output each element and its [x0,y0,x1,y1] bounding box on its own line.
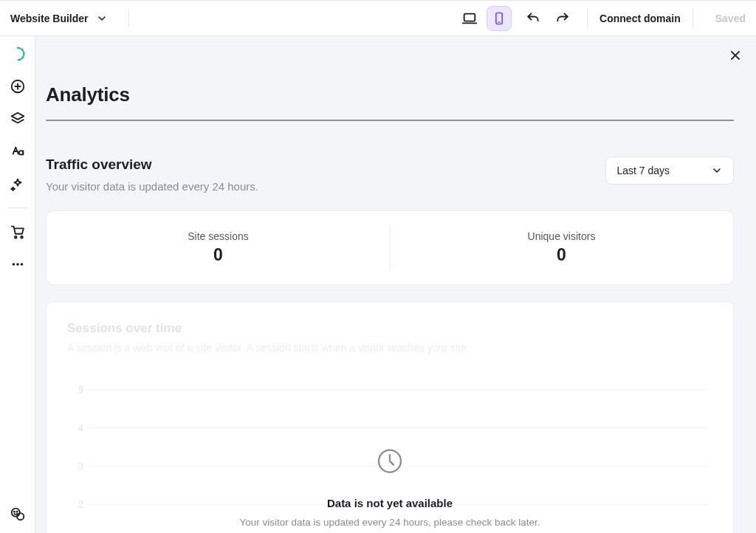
clock-icon [375,447,405,476]
topbar-right: Connect domain Saved [457,6,746,31]
laptop-icon [461,10,478,27]
mobile-preview-button[interactable] [487,6,512,31]
sidebar [0,36,35,533]
undo-button[interactable] [520,6,546,31]
section-title: Traffic overview [46,157,258,173]
text-styles-button[interactable] [9,142,27,160]
ai-button[interactable] [9,175,27,193]
date-range-picker[interactable]: Last 7 days [605,157,734,185]
app-title[interactable]: Website Builder [10,13,89,24]
stats-card: Site sessions 0 Unique visitors 0 [46,210,734,285]
chevron-down-icon [711,165,723,176]
app-switcher-chevron-icon[interactable] [96,13,108,24]
y-tick: 5 [76,385,83,395]
close-icon [728,48,743,63]
svg-rect-0 [464,13,475,21]
feedback-button[interactable] [9,505,27,523]
undo-icon [526,11,540,26]
stat-site-sessions: Site sessions 0 [47,230,390,265]
page-title: Analytics [46,83,734,106]
svg-point-12 [20,263,23,266]
text-icon [10,143,26,159]
empty-state-subtitle: Your visitor data is updated every 24 ho… [67,517,712,528]
topbar: Website Builder Connect domain Saved [0,0,756,36]
stat-label: Unique visitors [390,230,733,242]
svg-point-13 [11,509,19,517]
chart-empty-state: Data is not yet available Your visitor d… [67,447,712,528]
sparkle-icon [10,176,26,192]
topbar-divider [693,9,693,28]
svg-point-8 [14,236,16,238]
chart-gridline [89,389,709,390]
date-range-label: Last 7 days [616,165,670,176]
chart-title: Sessions over time [67,321,712,336]
more-button[interactable] [9,255,27,273]
layers-icon [10,111,26,127]
device-preview-group [457,6,512,31]
content: Analytics Traffic overview Your visitor … [35,36,756,533]
plus-circle-icon [10,78,26,94]
topbar-left: Website Builder [10,10,129,27]
desktop-preview-button[interactable] [457,6,482,31]
logo-icon[interactable] [9,45,27,63]
stat-value: 0 [390,245,733,265]
stat-label: Site sessions [47,230,390,242]
redo-button[interactable] [550,6,575,31]
chart-subtitle: A session is a web visit of a site visit… [67,342,712,354]
stat-value: 0 [47,245,390,265]
saved-status: Saved [715,13,746,24]
close-panel-button[interactable] [728,48,743,63]
topbar-divider [128,10,129,27]
feedback-icon [10,506,26,522]
title-rule [46,120,734,121]
sidebar-divider [7,207,28,208]
y-tick: 4 [76,423,83,433]
chart-gridline [89,427,709,428]
layers-button[interactable] [9,110,27,128]
svg-point-9 [21,236,23,238]
stat-unique-visitors: Unique visitors 0 [390,230,733,265]
store-button[interactable] [9,223,27,241]
svg-point-16 [16,512,17,512]
svg-marker-6 [11,113,24,120]
svg-point-10 [12,263,15,266]
empty-state-title: Data is not yet available [67,497,712,509]
section-subtitle: Your visitor data is updated every 24 ho… [46,180,258,193]
redo-icon [555,11,570,26]
add-button[interactable] [9,78,27,95]
chart-body: 5 4 3 2 Data is not yet available Your v… [67,385,712,533]
svg-point-11 [16,263,19,266]
traffic-heading: Traffic overview Your visitor data is up… [46,157,258,193]
topbar-divider [587,9,588,28]
svg-point-15 [13,512,14,512]
mobile-icon [492,11,506,26]
main-panel: Analytics Traffic overview Your visitor … [35,36,756,533]
sessions-chart-card: Sessions over time A session is a web vi… [46,301,734,533]
cart-icon [10,224,26,240]
connect-domain-button[interactable]: Connect domain [599,13,681,24]
shell: Analytics Traffic overview Your visitor … [0,36,756,533]
traffic-header-row: Traffic overview Your visitor data is up… [46,157,734,193]
more-icon [10,256,26,272]
